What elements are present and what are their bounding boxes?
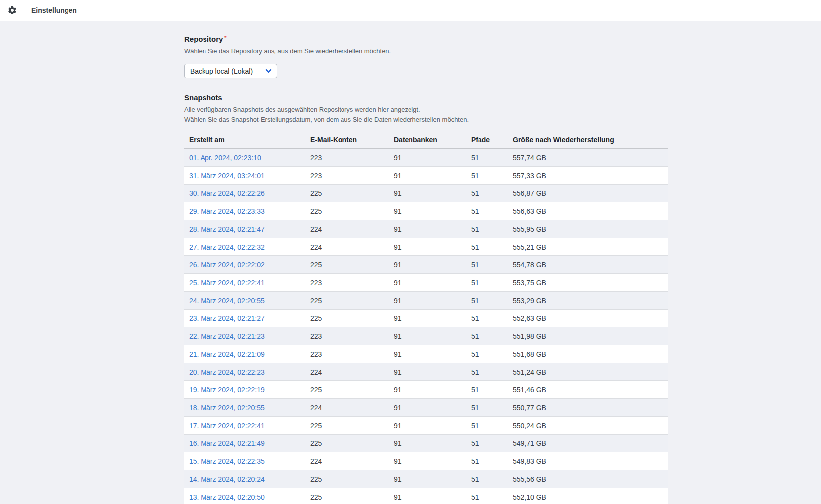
snapshot-date-link[interactable]: 01. Apr. 2024, 02:23:10 bbox=[184, 154, 310, 162]
column-header-paths: Pfade bbox=[471, 136, 513, 144]
paths-cell: 51 bbox=[471, 243, 513, 251]
table-row: 15. März 2024, 02:22:35 224 91 51 549,83… bbox=[184, 452, 668, 470]
paths-cell: 51 bbox=[471, 422, 513, 430]
email-accounts-cell: 225 bbox=[310, 386, 394, 394]
snapshots-table: Erstellt am E-Mail-Konten Datenbanken Pf… bbox=[184, 136, 668, 504]
table-row: 25. März 2024, 02:22:41 223 91 51 553,75… bbox=[184, 274, 668, 292]
size-cell: 551,46 GB bbox=[513, 386, 668, 394]
databases-cell: 91 bbox=[394, 172, 471, 180]
databases-cell: 91 bbox=[394, 332, 471, 340]
databases-cell: 91 bbox=[394, 261, 471, 269]
column-header-databases: Datenbanken bbox=[394, 136, 471, 144]
size-cell: 550,24 GB bbox=[513, 422, 668, 430]
snapshot-date-link[interactable]: 19. März 2024, 02:22:19 bbox=[184, 386, 310, 394]
snapshot-date-link[interactable]: 18. März 2024, 02:20:55 bbox=[184, 404, 310, 412]
page-title: Einstellungen bbox=[31, 6, 77, 14]
paths-cell: 51 bbox=[471, 189, 513, 197]
paths-cell: 51 bbox=[471, 279, 513, 287]
size-cell: 551,68 GB bbox=[513, 350, 668, 358]
table-row: 16. März 2024, 02:21:49 225 91 51 549,71… bbox=[184, 435, 668, 452]
snapshots-heading: Snapshots bbox=[184, 93, 668, 102]
table-row: 18. März 2024, 02:20:55 224 91 51 550,77… bbox=[184, 399, 668, 417]
top-bar: Einstellungen bbox=[0, 0, 821, 21]
table-row: 20. März 2024, 02:22:23 224 91 51 551,24… bbox=[184, 363, 668, 381]
snapshot-date-link[interactable]: 29. März 2024, 02:23:33 bbox=[184, 207, 310, 215]
databases-cell: 91 bbox=[394, 297, 471, 305]
paths-cell: 51 bbox=[471, 457, 513, 465]
paths-cell: 51 bbox=[471, 386, 513, 394]
snapshots-table-header: Erstellt am E-Mail-Konten Datenbanken Pf… bbox=[184, 136, 668, 149]
chevron-down-icon bbox=[265, 67, 272, 75]
snapshots-section: Snapshots Alle verfügbaren Snapshots des… bbox=[184, 93, 668, 504]
email-accounts-cell: 225 bbox=[310, 207, 394, 215]
repository-heading: Repository* bbox=[184, 35, 668, 43]
size-cell: 551,24 GB bbox=[513, 368, 668, 376]
required-asterisk: * bbox=[224, 35, 226, 41]
repository-description: Wählen Sie das Repository aus, aus dem S… bbox=[184, 46, 668, 56]
email-accounts-cell: 223 bbox=[310, 332, 394, 340]
snapshot-date-link[interactable]: 21. März 2024, 02:21:09 bbox=[184, 350, 310, 358]
email-accounts-cell: 225 bbox=[310, 422, 394, 430]
databases-cell: 91 bbox=[394, 386, 471, 394]
databases-cell: 91 bbox=[394, 404, 471, 412]
snapshot-date-link[interactable]: 15. März 2024, 02:22:35 bbox=[184, 457, 310, 465]
snapshot-date-link[interactable]: 24. März 2024, 02:20:55 bbox=[184, 297, 310, 305]
size-cell: 551,98 GB bbox=[513, 332, 668, 340]
column-header-email-accounts: E-Mail-Konten bbox=[310, 136, 394, 144]
paths-cell: 51 bbox=[471, 493, 513, 501]
size-cell: 557,74 GB bbox=[513, 154, 668, 162]
table-row: 17. März 2024, 02:22:41 225 91 51 550,24… bbox=[184, 417, 668, 435]
repository-select[interactable]: Backup local (Lokal) bbox=[184, 64, 277, 78]
size-cell: 554,78 GB bbox=[513, 261, 668, 269]
size-cell: 556,87 GB bbox=[513, 189, 668, 197]
email-accounts-cell: 224 bbox=[310, 457, 394, 465]
size-cell: 550,77 GB bbox=[513, 404, 668, 412]
snapshot-date-link[interactable]: 17. März 2024, 02:22:41 bbox=[184, 422, 310, 430]
databases-cell: 91 bbox=[394, 279, 471, 287]
email-accounts-cell: 223 bbox=[310, 279, 394, 287]
size-cell: 553,29 GB bbox=[513, 297, 668, 305]
email-accounts-cell: 225 bbox=[310, 475, 394, 483]
snapshot-date-link[interactable]: 25. März 2024, 02:22:41 bbox=[184, 279, 310, 287]
email-accounts-cell: 223 bbox=[310, 350, 394, 358]
table-row: 27. März 2024, 02:22:32 224 91 51 555,21… bbox=[184, 238, 668, 256]
paths-cell: 51 bbox=[471, 207, 513, 215]
email-accounts-cell: 225 bbox=[310, 315, 394, 322]
snapshots-table-body: 01. Apr. 2024, 02:23:10 223 91 51 557,74… bbox=[184, 149, 668, 504]
snapshot-date-link[interactable]: 28. März 2024, 02:21:47 bbox=[184, 225, 310, 233]
size-cell: 549,83 GB bbox=[513, 457, 668, 465]
snapshot-date-link[interactable]: 30. März 2024, 02:22:26 bbox=[184, 189, 310, 197]
gear-icon bbox=[7, 5, 17, 15]
snapshot-date-link[interactable]: 16. März 2024, 02:21:49 bbox=[184, 440, 310, 447]
databases-cell: 91 bbox=[394, 225, 471, 233]
databases-cell: 91 bbox=[394, 440, 471, 447]
snapshot-date-link[interactable]: 23. März 2024, 02:21:27 bbox=[184, 315, 310, 322]
email-accounts-cell: 225 bbox=[310, 189, 394, 197]
snapshot-date-link[interactable]: 26. März 2024, 02:22:02 bbox=[184, 261, 310, 269]
databases-cell: 91 bbox=[394, 457, 471, 465]
size-cell: 552,10 GB bbox=[513, 493, 668, 501]
snapshot-date-link[interactable]: 31. März 2024, 03:24:01 bbox=[184, 172, 310, 180]
email-accounts-cell: 224 bbox=[310, 404, 394, 412]
paths-cell: 51 bbox=[471, 297, 513, 305]
paths-cell: 51 bbox=[471, 440, 513, 447]
paths-cell: 51 bbox=[471, 332, 513, 340]
column-header-size: Größe nach Wiederherstellung bbox=[513, 136, 668, 144]
paths-cell: 51 bbox=[471, 315, 513, 322]
snapshot-date-link[interactable]: 22. März 2024, 02:21:23 bbox=[184, 332, 310, 340]
snapshot-date-link[interactable]: 14. März 2024, 02:20:24 bbox=[184, 475, 310, 483]
databases-cell: 91 bbox=[394, 243, 471, 251]
email-accounts-cell: 223 bbox=[310, 172, 394, 180]
email-accounts-cell: 225 bbox=[310, 440, 394, 447]
snapshot-date-link[interactable]: 13. März 2024, 02:20:50 bbox=[184, 493, 310, 501]
snapshot-date-link[interactable]: 27. März 2024, 02:22:32 bbox=[184, 243, 310, 251]
databases-cell: 91 bbox=[394, 493, 471, 501]
databases-cell: 91 bbox=[394, 475, 471, 483]
column-header-created: Erstellt am bbox=[184, 136, 310, 144]
size-cell: 553,75 GB bbox=[513, 279, 668, 287]
size-cell: 555,56 GB bbox=[513, 475, 668, 483]
size-cell: 549,71 GB bbox=[513, 440, 668, 447]
snapshot-date-link[interactable]: 20. März 2024, 02:22:23 bbox=[184, 368, 310, 376]
settings-content: Repository* Wählen Sie das Repository au… bbox=[184, 21, 668, 504]
databases-cell: 91 bbox=[394, 207, 471, 215]
